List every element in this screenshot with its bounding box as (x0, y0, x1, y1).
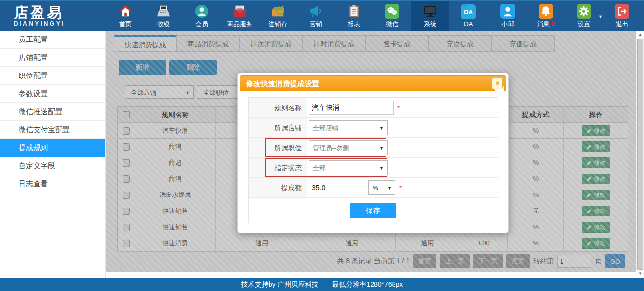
required-asterisk: * (397, 104, 400, 112)
nav-item-settings[interactable]: 设置▼ (565, 1, 603, 31)
nav-item-products[interactable]: 商品服务 (221, 1, 259, 31)
nav-item-label: 首页 (119, 20, 132, 29)
home-icon (118, 4, 133, 19)
dialog-titlebar: 修改快速消费提成设置 × (240, 75, 506, 91)
nav-item-member[interactable]: 会员 (183, 1, 221, 31)
sidebar: 员工配置店铺配置职位配置参数设置微信推送配置微信支付宝配置提成规则自定义字段日志… (0, 31, 106, 278)
nav-item-label: 报表 (348, 20, 360, 29)
dialog-title: 修改快速消费提成设置 (246, 79, 319, 88)
status-select-value: 全部 (313, 161, 326, 175)
nav-item-wechat[interactable]: 微信 (373, 1, 411, 31)
sidebar-item[interactable]: 店铺配置 (0, 49, 105, 67)
nav-item-home[interactable]: 首页 (106, 1, 145, 31)
amount-unit-select[interactable]: % (368, 180, 395, 195)
nav-item-reports[interactable]: 报表 (335, 1, 373, 31)
sidebar-item[interactable]: 员工配置 (0, 31, 105, 49)
amount-row: 提成额 % * (249, 178, 498, 198)
sidebar-item[interactable]: 微信推送配置 (0, 103, 105, 121)
store-label: 所属店铺 (249, 118, 307, 137)
scroll-down-arrow-icon[interactable]: ▼ (636, 270, 644, 278)
member-icon (194, 4, 209, 19)
nav-item-label: 收银 (157, 20, 170, 29)
nav-item-label: 营销 (310, 20, 322, 29)
status-row: 指定状态 全部 (249, 158, 498, 178)
edit-commission-dialog: 修改快速消费提成设置 × 规则名称 * 所属店铺 全部店铺 (237, 73, 509, 233)
megaphone-icon (309, 4, 323, 19)
nav-item-label: 系统 (424, 20, 436, 29)
wechat-icon (385, 4, 399, 19)
required-asterisk: * (399, 184, 402, 192)
footer-bar: 技术支持by 广州贝应科技 最低分辨率1280*768px (0, 278, 644, 291)
amount-label: 提成额 (249, 178, 307, 197)
nav-left-group: 首页收银会员商品服务进销存营销报表微信系统OAOA (106, 1, 487, 31)
sidebar-item[interactable]: 参数设置 (0, 85, 105, 103)
vertical-scrollbar[interactable]: ▲ ▼ (636, 31, 644, 278)
store-row: 所属店铺 全部店铺 (249, 118, 498, 138)
sidebar-item[interactable]: 微信支付宝配置 (0, 121, 105, 139)
nav-item-exit[interactable]: 退出 (603, 1, 641, 31)
nav-item-user[interactable]: 小邱 (489, 1, 527, 31)
position-row: 所属职位 管理员--勿删 (249, 138, 498, 158)
rule-name-row: 规则名称 * (249, 98, 498, 118)
rule-name-input[interactable] (309, 101, 394, 115)
top-navigation-bar: 店盈易 DIANYINGYI 首页收银会员商品服务进销存营销报表微信系统OAOA… (0, 0, 644, 31)
gear-icon (577, 4, 591, 19)
save-button[interactable]: 保存 (350, 203, 396, 218)
status-select[interactable]: 全部 (309, 160, 388, 175)
user-icon (500, 4, 515, 19)
exit-icon (615, 4, 629, 19)
dialog-body: 规则名称 * 所属店铺 全部店铺 所属职位 (240, 91, 506, 231)
bell-icon (539, 4, 553, 19)
position-select[interactable]: 管理员--勿删 (309, 140, 388, 155)
nav-item-marketing[interactable]: 营销 (297, 1, 335, 31)
scrollbar-thumb[interactable] (637, 39, 643, 270)
sidebar-item[interactable]: 职位配置 (0, 67, 105, 85)
status-label: 指定状态 (249, 158, 307, 177)
rule-name-label: 规则名称 (249, 98, 307, 117)
nav-item-inventory[interactable]: 进销存 (259, 1, 297, 31)
sidebar-item[interactable]: 自定义字段 (0, 157, 105, 175)
nav-item-label: 设置 (578, 20, 590, 29)
nav-item-label: 小邱 (501, 20, 514, 29)
nav-item-system[interactable]: 系统 (411, 1, 449, 31)
nav-item-label: 商品服务 (227, 20, 252, 29)
scroll-up-arrow-icon[interactable]: ▲ (636, 31, 644, 39)
report-icon (347, 4, 361, 19)
brand-title: 店盈易 (14, 5, 106, 20)
brand-subtitle: DIANYINGYI (14, 20, 106, 27)
inventory-icon (270, 4, 285, 19)
nav-item-label: 退出 (616, 20, 628, 29)
nav-item-label: 会员 (195, 20, 208, 29)
edit-form: 规则名称 * 所属店铺 全部店铺 所属职位 (248, 97, 498, 223)
sidebar-item[interactable]: 提成规则 (0, 139, 105, 157)
svg-text:OA: OA (464, 9, 473, 16)
brand-logo: 店盈易 DIANYINGYI (0, 1, 106, 31)
close-icon[interactable]: × (492, 78, 503, 89)
nav-items: 首页收银会员商品服务进销存营销报表微信系统OAOA 小邱消息2设置▼退出 (106, 1, 644, 31)
nav-item-label: OA (464, 20, 473, 28)
save-row: 保存 (249, 198, 498, 223)
store-select-value: 全部店铺 (313, 121, 338, 135)
amount-input[interactable] (309, 181, 364, 194)
position-select-value: 管理员--勿删 (313, 141, 349, 155)
nav-item-messages[interactable]: 消息2 (527, 1, 565, 31)
unread-count-badge: 2 (551, 20, 555, 28)
sidebar-item[interactable]: 日志查看 (0, 175, 105, 193)
nav-item-oa[interactable]: OAOA (449, 1, 487, 31)
chevron-down-icon: ▼ (598, 14, 602, 19)
products-icon (232, 4, 247, 19)
store-select[interactable]: 全部店铺 (309, 120, 388, 135)
cash-register-icon (156, 4, 171, 19)
monitor-icon (423, 4, 437, 19)
amount-unit-value: % (373, 181, 378, 195)
footer-text: 技术支持by 广州贝应科技 最低分辨率1280*768px (241, 280, 403, 289)
oa-icon: OA (461, 4, 476, 19)
nav-item-label: 消息2 (537, 20, 555, 29)
nav-item-cashier[interactable]: 收银 (145, 1, 183, 31)
nav-item-label: 进销存 (269, 20, 288, 29)
nav-item-label: 微信 (386, 20, 398, 29)
position-label: 所属职位 (249, 138, 307, 157)
nav-right-group: 小邱消息2设置▼退出 (489, 1, 641, 31)
